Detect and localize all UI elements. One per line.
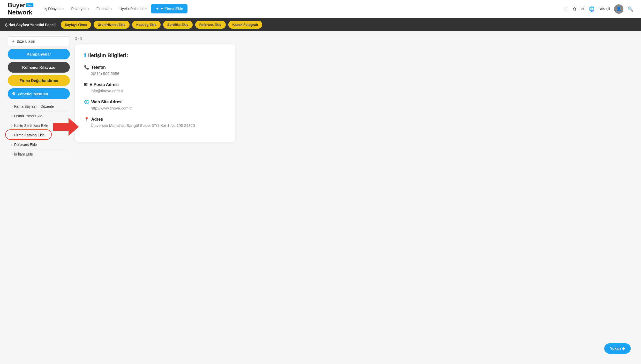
chevron-right-icon: › xyxy=(11,114,13,118)
admin-bar-title: Şirket Sayfası Yönetici Paneli xyxy=(5,23,56,27)
search-icon[interactable]: 🔍 xyxy=(628,6,633,12)
avatar[interactable]: 👤 xyxy=(614,4,623,14)
logo-pro-badge: Pro xyxy=(26,3,33,7)
main-layout: ✈ Bize Ulaşın Kampanyalar Kullanıcı Kıla… xyxy=(0,31,336,164)
yonetici-menu-label: Yönetici Menüsü xyxy=(17,92,48,96)
sidebar: ✈ Bize Ulaşın Kampanyalar Kullanıcı Kıla… xyxy=(8,36,70,159)
admin-bar: Şirket Sayfası Yönetici Paneli Sayfayı Y… xyxy=(0,18,641,31)
telefon-value: 0(212) 509 5656 xyxy=(91,71,226,76)
kampanyalar-button[interactable]: Kampanyalar xyxy=(8,49,70,59)
website-title: 🌐 Web Site Adresi xyxy=(84,99,226,104)
kullanici-kilavuzu-button[interactable]: Kullanıcı Kılavuzu xyxy=(8,62,70,73)
urun-hizmet-ekle-button[interactable]: Ürün/Hizmet Ekle xyxy=(94,21,130,29)
nav-is-dunyasi[interactable]: İş Dünyası ▾ xyxy=(41,5,67,13)
nav-firmalar[interactable]: Firmalar ▾ xyxy=(93,5,115,13)
sertifika-ekle-button[interactable]: Sertifika Ekle xyxy=(163,21,193,29)
firma-ekle-icon: ✦ xyxy=(156,7,159,11)
sayfayi-yonet-button[interactable]: Sayfayı Yönet xyxy=(61,21,91,29)
header-right: ⬚ ✿ ✉ 🌐 Sıla Çil 👤 🔍 xyxy=(564,4,633,14)
chevron-down-icon: ▾ xyxy=(63,7,64,10)
chevron-right-icon: › xyxy=(11,152,13,156)
main-nav: İş Dünyası ▾ Pazaryeri ▾ Firmalar ▾ Üyel… xyxy=(41,4,187,13)
referans-ekle-button[interactable]: Referans Ekle xyxy=(195,21,226,29)
chevron-right-icon: › xyxy=(11,104,13,109)
location-icon: 📍 xyxy=(84,117,89,122)
chevron-down-icon: ▾ xyxy=(145,7,147,10)
header: Buyer Pro Network İş Dünyası ▾ Pazaryeri… xyxy=(0,0,641,18)
contact-section-website: 🌐 Web Site Adresi http://www.tinova.com.… xyxy=(84,99,226,110)
page-indicator: 3 - 9 xyxy=(75,36,328,41)
send-icon: ✈ xyxy=(12,39,15,43)
firma-ekle-button[interactable]: ✦ ✦ Firma Ekle xyxy=(151,4,187,13)
contact-section-adres: 📍 Adres Üniversite Mahallesi Sarıgül Sok… xyxy=(84,117,226,128)
nav-pazaryeri[interactable]: Pazaryeri ▾ xyxy=(68,5,92,13)
share-icon[interactable]: ⬚ xyxy=(564,6,569,12)
website-value[interactable]: http://www.tinova.com.tr xyxy=(91,106,226,110)
yonetici-menu[interactable]: ⚙ Yönetici Menüsü xyxy=(8,88,70,99)
email-icon: ✉ xyxy=(84,82,87,87)
logo[interactable]: Buyer Pro Network xyxy=(8,2,33,16)
globe-icon: 🌐 xyxy=(84,99,89,104)
adres-title: 📍 Adres xyxy=(84,117,226,122)
sidebar-bize-ulasin[interactable]: ✈ Bize Ulaşın xyxy=(8,36,70,46)
scroll-top-label: Yukarı ⊕ xyxy=(610,346,625,351)
info-icon: ℹ xyxy=(84,52,86,58)
mail-icon[interactable]: ✉ xyxy=(581,6,585,12)
chevron-right-icon: › xyxy=(11,123,13,128)
contact-section-telefon: 📞 Telefon 0(212) 509 5656 xyxy=(84,65,226,76)
contact-card: ℹ İletişim Bilgileri: 📞 Telefon 0(212) 5… xyxy=(75,44,235,142)
firma-ekle-label: ✦ Firma Ekle xyxy=(160,7,183,11)
telefon-title: 📞 Telefon xyxy=(84,65,226,70)
eposta-title: ✉ E-Posta Adresi xyxy=(84,82,226,87)
username-label[interactable]: Sıla Çil xyxy=(599,7,610,11)
logo-line1: Buyer Pro xyxy=(8,2,33,9)
svg-marker-0 xyxy=(53,118,79,136)
logo-buyer-text: Buyer xyxy=(8,2,25,9)
katalog-ekle-button[interactable]: Katalog Ekle xyxy=(132,21,161,29)
scroll-top-button[interactable]: Yukarı ⊕ xyxy=(604,343,631,354)
chevron-right-icon: › xyxy=(11,143,13,147)
sidebar-item-referans[interactable]: › Referans Ekle xyxy=(8,140,70,150)
nav-uyelik[interactable]: Üyelik Paketleri ▾ xyxy=(116,5,150,13)
globe-icon[interactable]: 🌐 xyxy=(589,6,594,12)
kapak-foto-button[interactable]: Kapak Fotoğrafı xyxy=(228,21,262,29)
settings-icon: ⚙ xyxy=(12,91,15,96)
sidebar-item-is-ilani[interactable]: › İş İlanı Ekle xyxy=(8,150,70,159)
phone-icon: 📞 xyxy=(84,65,89,70)
logo-wrapper: Buyer Pro Network xyxy=(8,2,33,16)
contact-section-eposta: ✉ E-Posta Adresi info@tinova.com.tr xyxy=(84,82,226,93)
chevron-down-icon: ▾ xyxy=(111,7,112,10)
header-left: Buyer Pro Network İş Dünyası ▾ Pazaryeri… xyxy=(8,2,187,16)
puzzle-icon[interactable]: ✿ xyxy=(573,6,577,12)
bize-ulasin-label: Bize Ulaşın xyxy=(17,39,35,43)
red-arrow-indicator xyxy=(53,118,79,137)
chevron-down-icon: ▾ xyxy=(88,7,89,10)
eposta-value: info@tinova.com.tr xyxy=(91,89,226,93)
logo-network-text: Network xyxy=(8,9,33,16)
sidebar-item-firma-duzenle[interactable]: › Firma Sayfasını Düzenle xyxy=(8,102,70,111)
firma-degerlendirme-button[interactable]: Firma Değerlendirme xyxy=(8,75,70,86)
content: 3 - 9 ℹ İletişim Bilgileri: 📞 Telefon 0(… xyxy=(75,36,328,159)
chevron-right-icon: › xyxy=(11,133,13,137)
adres-value: Üniversite Mahallesi Sarıgül Sokak 37/1 … xyxy=(91,123,226,128)
contact-title: ℹ İletişim Bilgileri: xyxy=(84,52,226,58)
